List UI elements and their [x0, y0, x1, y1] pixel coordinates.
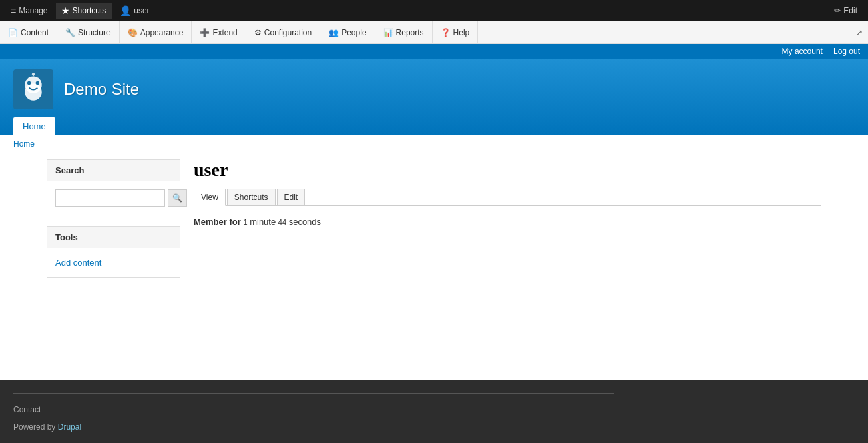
search-form: 🔍 [55, 189, 172, 207]
tools-block-content: Add content [47, 248, 180, 277]
admin-toolbar: ≡ Manage ★ Shortcuts 👤 user ✏ Edit [0, 0, 868, 21]
my-account-link[interactable]: My account [782, 47, 823, 56]
svg-point-2 [27, 81, 31, 85]
shortcuts-button[interactable]: ★ Shortcuts [56, 3, 112, 19]
search-block-content: 🔍 [47, 181, 180, 215]
content-label: Content [21, 28, 49, 37]
drupal-link[interactable]: Drupal [58, 422, 81, 432]
site-nav: Home [13, 117, 855, 135]
tools-block: Tools Add content [47, 226, 180, 278]
search-block: Search 🔍 [47, 159, 180, 215]
tab-view[interactable]: View [194, 189, 226, 206]
extend-label: Extend [212, 28, 237, 37]
member-for-label: Member for [194, 217, 241, 227]
manage-button[interactable]: ≡ Manage [5, 3, 53, 19]
admin-toolbar-left: ≡ Manage ★ Shortcuts 👤 user [5, 3, 155, 19]
log-out-link[interactable]: Log out [833, 47, 860, 56]
content-area: user View Shortcuts Edit Member for 1 mi… [194, 159, 821, 346]
menu-bar-right: ↗ [856, 28, 868, 37]
reports-icon: 📊 [383, 28, 393, 37]
manage-label: Manage [19, 6, 47, 15]
member-duration: 1 minute 44 seconds [243, 217, 321, 227]
help-label: Help [453, 28, 470, 37]
sidebar: Search 🔍 Tools Add content [47, 159, 194, 346]
search-input[interactable] [55, 189, 165, 207]
user-links-bar: My account Log out [0, 44, 868, 59]
footer-divider [13, 393, 614, 394]
help-icon: ❓ [441, 28, 451, 37]
people-icon: 👥 [329, 28, 339, 37]
footer-powered: Powered by Drupal [13, 422, 855, 432]
svg-point-1 [25, 83, 41, 100]
powered-by-text: Powered by [13, 422, 55, 432]
extend-menu-item[interactable]: ➕ Extend [192, 21, 246, 43]
contact-footer-link[interactable]: Contact [13, 405, 41, 414]
user-button[interactable]: 👤 user [114, 3, 154, 19]
tabs: View Shortcuts Edit [194, 189, 821, 206]
tab-edit[interactable]: Edit [277, 189, 306, 205]
shortcuts-label: Shortcuts [73, 6, 107, 15]
content-icon: 📄 [8, 28, 18, 37]
people-label: People [341, 28, 366, 37]
page-title: user [194, 159, 821, 181]
manage-icon: ≡ [11, 5, 16, 16]
user-icon: 👤 [120, 5, 131, 16]
breadcrumb: Home [0, 135, 868, 153]
site-title: Demo Site [64, 80, 139, 99]
shortcuts-icon: ★ [61, 5, 70, 16]
edit-button[interactable]: ✏ Edit [829, 3, 863, 18]
svg-point-3 [36, 81, 39, 85]
appearance-menu-item[interactable]: 🎨 Appearance [120, 21, 192, 43]
menu-bar: 📄 Content 🔧 Structure 🎨 Appearance ➕ Ext… [0, 21, 868, 44]
appearance-label: Appearance [140, 28, 184, 37]
structure-menu-item[interactable]: 🔧 Structure [57, 21, 120, 43]
user-label: user [134, 6, 149, 15]
people-menu-item[interactable]: 👥 People [320, 21, 375, 43]
site-footer: Contact Powered by Drupal [0, 380, 868, 443]
tab-shortcuts[interactable]: Shortcuts [227, 189, 276, 205]
help-menu-item[interactable]: ❓ Help [433, 21, 479, 43]
main-wrapper: Search 🔍 Tools Add content user View Sho… [33, 153, 835, 353]
search-icon: 🔍 [172, 193, 182, 203]
tools-block-title: Tools [47, 227, 180, 248]
site-logo[interactable] [13, 69, 53, 109]
pencil-icon: ✏ [834, 6, 841, 15]
reports-label: Reports [396, 28, 424, 37]
search-button[interactable]: 🔍 [168, 189, 187, 207]
content-menu-item[interactable]: 📄 Content [0, 21, 57, 43]
home-nav-item[interactable]: Home [13, 117, 55, 135]
structure-label: Structure [78, 28, 111, 37]
search-block-title: Search [47, 160, 180, 181]
admin-toolbar-right: ✏ Edit [829, 3, 863, 18]
configuration-label: Configuration [264, 28, 312, 37]
structure-icon: 🔧 [65, 28, 75, 37]
configuration-menu-item[interactable]: ⚙ Configuration [246, 21, 320, 43]
site-header: Demo Site Home [0, 59, 868, 135]
edit-label: Edit [843, 6, 857, 15]
member-for-text: Member for 1 minute 44 seconds [194, 217, 821, 227]
breadcrumb-home[interactable]: Home [13, 139, 35, 149]
extend-icon: ➕ [200, 28, 210, 37]
drupal-logo-svg [17, 73, 50, 106]
configuration-icon: ⚙ [254, 28, 262, 37]
appearance-icon: 🎨 [128, 28, 138, 37]
expand-icon: ↗ [856, 28, 863, 37]
reports-menu-item[interactable]: 📊 Reports [375, 21, 433, 43]
footer-links: Contact [13, 404, 855, 422]
add-content-link[interactable]: Add content [55, 256, 172, 269]
site-header-inner: Demo Site [13, 69, 855, 109]
